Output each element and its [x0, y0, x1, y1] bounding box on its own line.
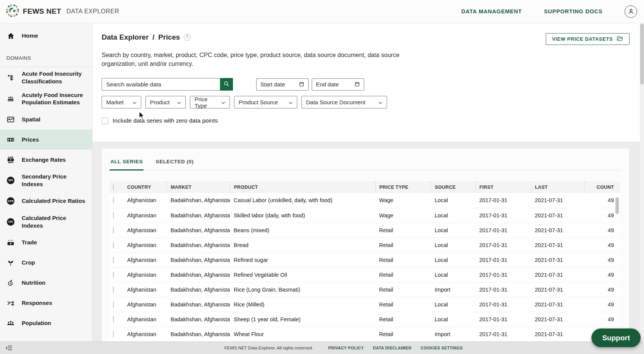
cell-price-type: Wage	[375, 208, 431, 223]
row-checkbox[interactable]	[113, 242, 114, 249]
sidebar-item-responses[interactable]: Responses	[0, 293, 92, 313]
sidebar-section-label: DOMAINS	[6, 55, 92, 61]
cell-last: 2021-07-31	[531, 267, 585, 282]
sidebar-item-crop[interactable]: Crop	[0, 252, 92, 273]
search-button[interactable]	[220, 78, 233, 91]
row-checkbox[interactable]	[113, 331, 114, 338]
column-header-first[interactable]: FIRST	[475, 181, 531, 193]
series-table: COUNTRYMARKETPRODUCTPRICE TYPESOURCEFIRS…	[110, 181, 620, 342]
page-scrollbar[interactable]	[640, 23, 644, 341]
top-navbar: FEWS NET DATA EXPLORER DATA MANAGEMENT S…	[0, 0, 644, 23]
footer-link-privacy-policy[interactable]: PRIVACY POLICY	[328, 346, 364, 350]
cell-country: Afghanistan	[123, 238, 167, 252]
sidebar-item-calculated-price-indexes[interactable]: CPICalculated Price Indexes	[0, 211, 92, 233]
column-header-source[interactable]: SOURCE	[431, 181, 475, 193]
zero-series-checkbox-label: Include data series with zero data point…	[113, 117, 218, 124]
cell-last: 2021-07-31	[531, 223, 585, 238]
table-row: AfghanistanBadakhshan, AfghanistanRice (…	[110, 282, 620, 297]
market-filter-dropdown[interactable]: Market	[102, 96, 141, 108]
page-footer: FEWS NET Data Explorer. All rights reser…	[0, 341, 644, 354]
product-source-filter-dropdown[interactable]: Product Source	[234, 96, 297, 108]
cell-price-type: Retail	[375, 282, 431, 297]
row-checkbox[interactable]	[113, 316, 114, 323]
filters-panel: Data Explorer / Prices ? VIEW PRICE DATA…	[92, 23, 644, 142]
nav-link-supporting-docs[interactable]: SUPPORTING DOCS	[544, 8, 603, 14]
calendar-icon	[354, 81, 360, 88]
sidebar-item-population[interactable]: Population	[0, 313, 92, 333]
data-source-document-filter-dropdown[interactable]: Data Source Document	[301, 96, 387, 108]
page-description: Search by country, market, product, CPC …	[102, 51, 418, 68]
row-checkbox[interactable]	[113, 271, 114, 278]
sidebar-item-spatial[interactable]: Spatial	[0, 109, 92, 129]
column-header-product[interactable]: PRODUCT	[230, 181, 375, 193]
row-select-cell	[110, 312, 123, 327]
sidebar-item-home[interactable]: Home	[0, 25, 92, 47]
support-button[interactable]: Support	[591, 328, 641, 347]
row-checkbox[interactable]	[113, 227, 114, 234]
sidebar-item-acutely-food-insecure-population-estimates[interactable]: Acutely Food Insecure Population Estimat…	[0, 88, 92, 110]
table-row: AfghanistanBadakhshan, AfghanistanRice (…	[110, 297, 620, 312]
start-date-input[interactable]: Start date	[256, 78, 309, 91]
cell-source: Import	[431, 282, 475, 297]
cell-market: Badakhshan, Afghanistan	[167, 312, 230, 327]
cpi-badge-icon: CPI	[6, 218, 15, 226]
map-icon	[6, 115, 15, 124]
row-checkbox[interactable]	[113, 197, 114, 204]
table-scrollbar[interactable]	[615, 197, 619, 214]
results-area: ALL SERIESSELECTED (0) COUNTRYMARKETPROD…	[92, 142, 644, 354]
sidebar-item-prices[interactable]: Prices	[0, 129, 92, 150]
row-checkbox[interactable]	[113, 212, 114, 219]
sidebar-item-label: Prices	[22, 136, 39, 144]
row-select-cell	[110, 223, 123, 238]
cell-market: Badakhshan, Afghanistan	[167, 208, 230, 223]
population-icon	[6, 319, 15, 327]
page-scrollbar-thumb[interactable]	[640, 24, 644, 85]
tab-selected-0[interactable]: SELECTED (0)	[155, 156, 194, 171]
cpr-badge-icon: CPR	[6, 197, 15, 205]
brand-title: FEWS NET	[23, 7, 61, 16]
nav-link-data-management[interactable]: DATA MANAGEMENT	[461, 8, 522, 14]
sidebar-item-label: Spatial	[22, 116, 40, 123]
sidebar-item-calculated-price-ratios[interactable]: CPRCalculated Price Ratios	[0, 191, 92, 211]
breadcrumb-root[interactable]: Data Explorer	[102, 33, 149, 41]
cell-count: 49	[585, 267, 620, 282]
footer-link-data-disclaimer[interactable]: DATA DISCLAIMER	[373, 346, 411, 350]
column-header-country[interactable]: COUNTRY	[123, 181, 167, 193]
column-header-market[interactable]: MARKET	[167, 181, 230, 193]
column-header-last[interactable]: LAST	[531, 181, 585, 193]
row-select-cell	[110, 208, 123, 223]
view-price-datasets-label: VIEW PRICE DATASETS	[552, 36, 613, 42]
cell-last: 2021-07-31	[531, 297, 585, 312]
zero-series-checkbox[interactable]	[102, 118, 108, 124]
search-input[interactable]	[102, 78, 220, 91]
price-type-filter-dropdown[interactable]: Price Type	[190, 96, 230, 108]
cell-market: Badakhshan, Afghanistan	[167, 238, 230, 252]
home-icon	[6, 32, 15, 40]
help-icon[interactable]: ?	[184, 34, 191, 41]
user-avatar-icon[interactable]	[625, 5, 637, 18]
end-date-input[interactable]: End date	[312, 78, 364, 91]
sidebar-item-trade[interactable]: Trade	[0, 232, 92, 252]
tab-all-series[interactable]: ALL SERIES	[110, 156, 143, 171]
footer-link-cookies-settings[interactable]: COOKIES SETTINGS	[421, 346, 462, 350]
sidebar-item-exchange-rates[interactable]: Exchange Rates	[0, 150, 92, 170]
row-select-cell	[110, 327, 123, 341]
cell-market: Badakhshan, Afghanistan	[167, 193, 230, 208]
row-checkbox[interactable]	[113, 301, 114, 308]
sidebar-item-nutrition[interactable]: Nutrition	[0, 273, 92, 293]
row-checkbox[interactable]	[113, 286, 114, 293]
cell-source: Local	[431, 312, 475, 327]
sidebar-item-acute-food-insecurity-classifications[interactable]: Acute Food Insecurity Classifications	[0, 67, 92, 88]
view-price-datasets-button[interactable]: VIEW PRICE DATASETS	[546, 33, 630, 45]
product-filter-dropdown[interactable]: Product	[145, 96, 186, 108]
column-header-count[interactable]: COUNT	[585, 181, 620, 193]
row-checkbox[interactable]	[113, 257, 114, 263]
column-header-price-type[interactable]: PRICE TYPE	[375, 181, 431, 193]
cell-product: Wheat Flour	[230, 327, 375, 341]
cell-source: Local	[431, 208, 475, 223]
sidebar-collapse-icon[interactable]	[5, 345, 13, 351]
sidebar-item-secondary-price-indexes[interactable]: SPISecondary Price Indexes	[0, 170, 92, 191]
select-all-checkbox[interactable]	[113, 184, 114, 190]
cell-price-type: Wage	[375, 193, 431, 208]
cell-market: Badakhshan, Afghanistan	[167, 282, 230, 297]
